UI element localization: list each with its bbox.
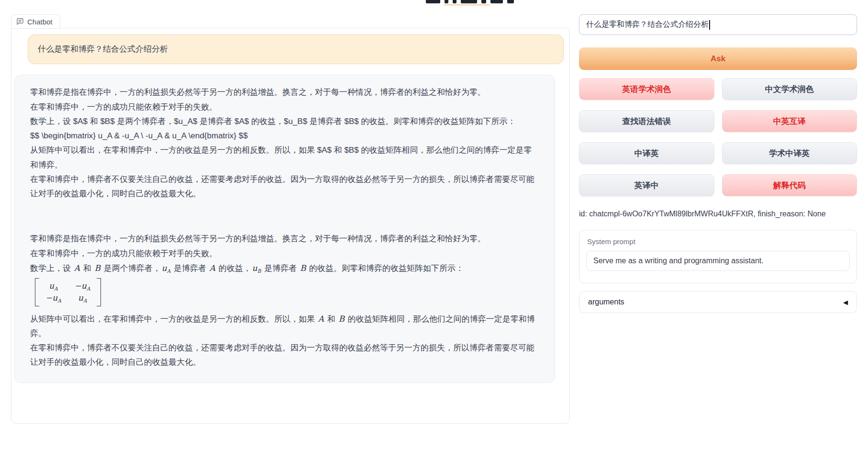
chatbot-label-text: Chatbot (27, 18, 53, 26)
accordion-collapsed-arrow-icon: ◀ (843, 299, 848, 305)
text-cursor (709, 20, 710, 30)
chatbot-panel: Chatbot 什么是零和博弈？结合公式介绍分析 零和博弈是指在博弈中，一方的利… (11, 28, 570, 424)
find-grammar-errors-button[interactable]: 查找语法错误 (579, 110, 714, 132)
bot-rendered-paragraph: 在零和博弈中，一方的成功只能依赖于对手的失败。 (30, 247, 539, 261)
user-message-text: 什么是零和博弈？结合公式介绍分析 (38, 45, 168, 54)
system-prompt-label: System prompt (587, 237, 857, 246)
bot-rendered-paragraph: 零和博弈是指在博弈中，一方的利益损失必然等于另一方的利益增益。换言之，对于每一种… (30, 232, 539, 246)
matrix-body: uA−uA−uAuA (39, 278, 97, 306)
function-button-grid: 英语学术润色中文学术润色查找语法错误中英互译中译英学术中译英英译中解释代码 (579, 78, 857, 196)
bot-rendered-paragraph-math: 数学上，设 A 和 B 是两个博弈者，uA 是博弈者 A 的收益，uB 是博弈者… (30, 261, 539, 276)
question-input[interactable]: 什么是零和博弈？结合公式介绍分析 (579, 14, 857, 35)
chat-bubble-icon (16, 18, 24, 25)
bot-raw-paragraph: 数学上，设 $A$ 和 $B$ 是两个博弈者，$u_A$ 是博弈者 $A$ 的收… (30, 114, 539, 129)
arguments-accordion[interactable]: arguments ◀ (579, 291, 857, 313)
ask-button[interactable]: Ask (579, 47, 857, 70)
payoff-matrix: uA−uA−uAuA (30, 276, 539, 312)
matrix-left-bracket (35, 278, 39, 306)
chinese-academic-polish-button[interactable]: 中文学术润色 (722, 78, 857, 100)
question-input-value: 什么是零和博弈？结合公式介绍分析 (586, 20, 709, 30)
bot-raw-paragraph: 从矩阵中可以看出，在零和博弈中，一方的收益是另一方的相反数。所以，如果 $A$ … (30, 143, 539, 172)
response-status-line: id: chatcmpl-6wOo7KrYTwMl89lbrMWRu4UkFFX… (579, 210, 866, 218)
system-prompt-panel: System prompt Serve me as a writing and … (579, 230, 857, 283)
explain-code-button[interactable]: 解释代码 (722, 174, 857, 196)
clipped-heading-fragment (426, 0, 514, 4)
english-academic-polish-button[interactable]: 英语学术润色 (579, 78, 714, 100)
bot-raw-latex-line: $$ \begin{bmatrix} u_A & -u_A \ -u_A & u… (30, 129, 539, 143)
system-prompt-value: Serve me as a writing and programming as… (593, 257, 764, 265)
heading-underline-fragment (444, 4, 490, 6)
arguments-accordion-label: arguments (588, 298, 624, 306)
user-message-bubble: 什么是零和博弈？结合公式介绍分析 (28, 34, 564, 64)
academic-zh-to-en-button[interactable]: 学术中译英 (722, 142, 857, 164)
zh-en-mutual-translation-button[interactable]: 中英互译 (722, 110, 857, 132)
zh-to-en-button[interactable]: 中译英 (579, 142, 714, 164)
bot-raw-paragraph: 在零和博弈中，一方的成功只能依赖于对手的失败。 (30, 100, 539, 114)
bot-rendered-paragraph: 在零和博弈中，博弈者不仅要关注自己的收益，还需要考虑对手的收益。因为一方取得的收… (30, 341, 539, 370)
chatbot-label: Chatbot (11, 14, 60, 29)
bot-raw-paragraph: 零和博弈是指在博弈中，一方的利益损失必然等于另一方的利益增益。换言之，对于每一种… (30, 85, 539, 100)
bot-rendered-markdown-block: 零和博弈是指在博弈中，一方的利益损失必然等于另一方的利益增益。换言之，对于每一种… (30, 232, 539, 370)
bot-rendered-paragraph-math: 从矩阵中可以看出，在零和博弈中，一方的收益是另一方的相反数。所以，如果 A 和 … (30, 312, 539, 341)
bot-raw-paragraph: 在零和博弈中，博弈者不仅要关注自己的收益，还需要考虑对手的收益。因为一方取得的收… (30, 172, 539, 202)
matrix-right-bracket (97, 278, 101, 306)
en-to-zh-button[interactable]: 英译中 (579, 174, 714, 196)
system-prompt-input[interactable]: Serve me as a writing and programming as… (586, 251, 850, 271)
bot-message-bubble: 零和博弈是指在博弈中，一方的利益损失必然等于另一方的利益增益。换言之，对于每一种… (14, 75, 555, 382)
bot-raw-markdown-block: 零和博弈是指在博弈中，一方的利益损失必然等于另一方的利益增益。换言之，对于每一种… (30, 85, 539, 201)
